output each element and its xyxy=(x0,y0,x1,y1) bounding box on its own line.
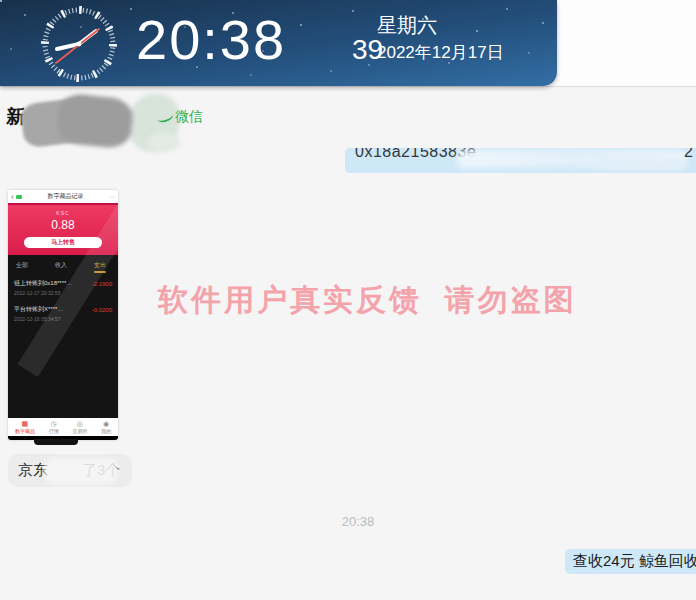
tx-title: 平台转账到X****… xyxy=(14,305,63,314)
watermark-text: 软件用户真实反馈 请勿盗图 xyxy=(158,280,577,321)
message-bubble-jd[interactable]: 京东了3个 xyxy=(8,454,132,487)
chat-timestamp: 20:38 xyxy=(318,514,398,529)
message-bubble-reply[interactable]: 查收24元 鲸鱼回收 xyxy=(565,549,696,574)
clock-date: 2022年12月17日 xyxy=(377,43,504,63)
balance-value: 0.88 xyxy=(8,218,118,232)
privacy-scribble xyxy=(56,92,135,149)
exchange-icon: ◎ xyxy=(77,420,83,427)
tx-amount: -0.0200 xyxy=(92,307,112,322)
thumb-nav-title: 数字藏品记录 xyxy=(24,192,107,201)
collectibles-icon: ▦ xyxy=(22,420,29,427)
profile-icon: ◉ xyxy=(103,420,109,427)
thumb-transactions-panel: 全部 收入 支出 链上转账到0x18****… 2022-12-17 20:32… xyxy=(8,255,118,418)
tx-date: 2022-12-16 05:34:57 xyxy=(14,316,63,322)
tabbar-item-exchange: ◎ 交易所 xyxy=(72,420,87,434)
clock-weekday: 星期六 xyxy=(377,13,504,37)
thumb-tabbar: ▦ 数字藏品 ◷ 行情 ◎ 交易所 ◉ 我的 xyxy=(8,418,118,436)
tx-date: 2022-12-17 20:32:55 xyxy=(14,290,72,296)
message-bubble-hex[interactable]: 0x18a2158383e 2 xyxy=(345,148,696,173)
clock-time: 20:38 xyxy=(136,0,286,80)
wechat-label: 微信 xyxy=(175,108,203,126)
privacy-blur xyxy=(44,458,118,484)
clock-widget: 20:38 39 星期六 2022年12月17日 xyxy=(0,0,557,86)
thumb-balance-panel: KSC 0.88 马上转售 xyxy=(8,203,118,255)
thumb-tabs: 全部 收入 支出 xyxy=(8,261,118,270)
tx-amount: -2.1900 xyxy=(92,281,112,296)
tab-all: 全部 xyxy=(16,261,28,270)
phone-notch-nub xyxy=(34,439,78,445)
more-icon: ⋯ xyxy=(109,193,115,200)
sell-button: 马上转售 xyxy=(24,237,102,248)
window-background xyxy=(557,0,696,86)
hex-address-end: 2 xyxy=(684,148,693,161)
tabbar-item-collectibles: ▦ 数字藏品 xyxy=(15,420,35,434)
privacy-scribble-tail xyxy=(146,132,180,152)
tx-title: 链上转账到0x18****… xyxy=(14,279,72,288)
thumb-navbar: ‹ 数字藏品记录 ⋯ xyxy=(8,190,118,203)
clock-date-block: 星期六 2022年12月17日 xyxy=(377,13,504,63)
market-icon: ◷ xyxy=(51,420,57,427)
stars-decoration xyxy=(0,0,2,2)
tab-income: 收入 xyxy=(55,261,67,270)
image-message-thumbnail[interactable]: ‹ 数字藏品记录 ⋯ KSC 0.88 马上转售 全部 收入 支出 链上转账到0… xyxy=(8,190,118,440)
back-icon: ‹ xyxy=(11,192,14,202)
tabbar-item-profile: ◉ 我的 xyxy=(101,420,111,434)
tab-expense: 支出 xyxy=(94,261,106,270)
privacy-blur xyxy=(595,156,685,170)
battery-badge-icon xyxy=(16,195,22,199)
transaction-row: 平台转账到X****… 2022-12-16 05:34:57 -0.0200 xyxy=(8,296,118,322)
balance-label: KSC xyxy=(8,205,118,216)
analog-clock-icon xyxy=(38,3,120,85)
transaction-row: 链上转账到0x18****… 2022-12-17 20:32:55 -2.19… xyxy=(8,270,118,296)
tabbar-item-market: ◷ 行情 xyxy=(49,420,59,434)
